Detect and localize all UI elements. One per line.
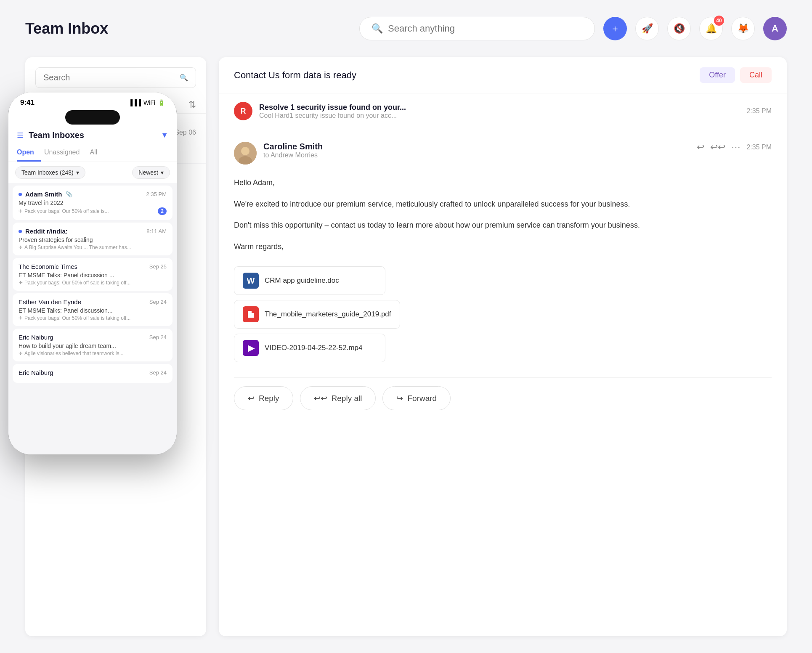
security-avatar: R [234, 102, 252, 120]
phone-screen: 9:41 ▐▐▐ WiFi 🔋 ☰ Team Inboxes ▼ Open Un… [8, 93, 177, 454]
sort-filter-button[interactable]: Newest ▾ [132, 166, 170, 179]
email-body-text: Hello Adam, We're excited to introduce o… [234, 176, 772, 253]
wifi-icon: WiFi [143, 99, 155, 106]
phone-badge: 2 [158, 207, 167, 215]
sort-icon[interactable]: ⇅ [188, 99, 196, 110]
phone-list-item[interactable]: Adam Smith 📎 2:35 PM My travel in 2022 ✈… [13, 186, 172, 220]
sidebar-search-input[interactable] [43, 73, 175, 82]
phone-list-item[interactable]: Reddit r/india: 8:11 AM Proven strategie… [13, 223, 172, 255]
phone-clock: 9:41 [20, 98, 34, 107]
phone-status-icons: ▐▐▐ WiFi 🔋 [128, 99, 165, 106]
sender-to: to Andrew Morries [263, 151, 323, 159]
hamburger-icon[interactable]: ☰ [17, 131, 24, 140]
phone-status-bar: 9:41 ▐▐▐ WiFi 🔋 [17, 98, 168, 110]
inbox-filter-label: Team Inboxes (248) [21, 169, 74, 176]
reply-button[interactable]: ↩ Reply [234, 386, 293, 410]
signal-icon: ▐▐▐ [128, 99, 141, 106]
reply-all-label: Reply all [332, 394, 362, 403]
attachments-list: W CRM app guideline.doc The_mobile_marke… [234, 266, 772, 362]
closing: Warm regards, [234, 240, 772, 253]
attachment-video[interactable]: ▶ VIDEO-2019-04-25-22-52.mp4 [234, 334, 385, 362]
global-search-bar[interactable]: 🔍 [359, 17, 595, 40]
unread-dot [19, 193, 22, 196]
phone-header-title: Team Inboxes [29, 130, 84, 140]
sidebar-search-row[interactable]: 🔍 [35, 67, 196, 88]
chevron-down-icon-2: ▾ [161, 169, 164, 176]
phone-sender: Eric Naiburg [19, 369, 53, 376]
phone-date: Sep 24 [149, 334, 167, 340]
airplane-icon: ✈ [19, 350, 23, 356]
phone-filter-icon[interactable]: ▼ [161, 131, 168, 140]
sort-filter-label: Newest [138, 169, 158, 176]
phone-subject: How to build your agile dream team... [19, 342, 167, 349]
email-date: Sep 06 [175, 129, 196, 136]
security-time: 2:35 PM [746, 107, 772, 115]
forward-label: Forward [407, 394, 437, 403]
add-button[interactable]: ＋ [603, 17, 627, 40]
sender-avatar [234, 142, 257, 165]
phone-header: ☰ Team Inboxes ▼ [8, 125, 177, 144]
airplane-icon: ✈ [19, 280, 23, 286]
phone-list-item[interactable]: Eric Naiburg Sep 24 [13, 364, 172, 383]
reply-icon-button[interactable]: ↩ [697, 142, 704, 153]
security-title: Resolve 1 security issue found on your..… [259, 103, 740, 112]
panel-header: Contact Us form data is ready Offer Call [219, 57, 787, 93]
attachment-name-pdf: The_mobile_marketers_guide_2019.pdf [265, 310, 391, 319]
word-icon: W [243, 273, 259, 289]
reply-all-icon-button[interactable]: ↩↩ [710, 142, 725, 153]
attachment-pdf[interactable]: The_mobile_marketers_guide_2019.pdf [234, 300, 400, 329]
body-line1: We're excited to introduce our premium s… [234, 198, 772, 211]
reply-arrow-icon: ↩ [248, 393, 255, 403]
global-search-input[interactable] [388, 23, 583, 34]
reply-label: Reply [259, 394, 279, 403]
user-avatar-button[interactable]: A [763, 17, 787, 40]
reply-all-button[interactable]: ↩↩ Reply all [300, 386, 376, 410]
sidebar-search-container: 🔍 [25, 67, 206, 96]
panel-badges: Offer Call [700, 67, 772, 83]
attachment-icon: 📎 [66, 191, 72, 197]
panel-title: Contact Us form data is ready [234, 70, 356, 81]
phone-sender: Esther Van den Eynde [19, 298, 81, 305]
phone-preview: ✈ Pack your bags! Our 50% off sale is ta… [19, 280, 167, 286]
mute-icon-button[interactable]: 🔇 [667, 17, 691, 40]
notification-button[interactable]: 🔔 40 [699, 17, 723, 40]
svg-point-1 [241, 147, 249, 155]
notification-badge: 40 [714, 16, 724, 26]
sidebar-search-icon: 🔍 [180, 74, 188, 82]
sender-info: Caroline Smith to Andrew Morries [234, 142, 323, 165]
phone-date: Sep 25 [149, 263, 167, 270]
phone-preview: ✈ Pack your bags! Our 50% off sale is ta… [19, 315, 167, 321]
call-badge[interactable]: Call [740, 67, 772, 83]
phone-date: 2:35 PM [146, 191, 167, 197]
phone-list-item[interactable]: The Economic Times Sep 25 ET MSME Talks:… [13, 258, 172, 291]
phone-tabs: Open Unassigned All [8, 144, 177, 162]
more-options-button[interactable]: ⋯ [731, 142, 740, 153]
attachment-doc[interactable]: W CRM app guideline.doc [234, 266, 385, 295]
phone-tab-unassigned[interactable]: Unassigned [44, 144, 87, 162]
phone-date: Sep 24 [149, 369, 167, 376]
unread-dot [19, 230, 22, 233]
reply-all-arrow-icon: ↩↩ [314, 393, 327, 403]
phone-sender: Adam Smith 📎 [19, 191, 72, 198]
phone-preview: ✈ Agile visionaries believed that teamwo… [19, 350, 167, 356]
inbox-filter-button[interactable]: Team Inboxes (248) ▾ [15, 166, 85, 179]
phone-subject: ET MSME Talks: Panel discussion ... [19, 272, 167, 279]
phone-list-item[interactable]: Eric Naiburg Sep 24 How to build your ag… [13, 329, 172, 361]
forward-button[interactable]: ↪ Forward [382, 386, 451, 410]
offer-badge[interactable]: Offer [700, 67, 735, 83]
phone-list-item[interactable]: Esther Van den Eynde Sep 24 ET MSME Talk… [13, 293, 172, 326]
security-alert-row[interactable]: R Resolve 1 security issue found on your… [219, 93, 787, 129]
battery-icon: 🔋 [158, 99, 165, 106]
emoji-button[interactable]: 🦊 [731, 17, 755, 40]
pdf-icon [243, 306, 259, 322]
rocket-icon-button[interactable]: 🚀 [635, 17, 659, 40]
phone-tab-all[interactable]: All [90, 144, 104, 162]
app-title: Team Inbox [25, 20, 108, 37]
email-body: Caroline Smith to Andrew Morries ↩ ↩↩ ⋯ … [219, 129, 787, 636]
phone-email-list: Adam Smith 📎 2:35 PM My travel in 2022 ✈… [8, 183, 177, 454]
phone-tab-open[interactable]: Open [17, 144, 41, 162]
email-time: 2:35 PM [746, 143, 772, 151]
chevron-down-icon: ▾ [76, 169, 79, 176]
email-actions-top: ↩ ↩↩ ⋯ 2:35 PM [697, 142, 772, 153]
email-body-header: Caroline Smith to Andrew Morries ↩ ↩↩ ⋯ … [234, 142, 772, 165]
